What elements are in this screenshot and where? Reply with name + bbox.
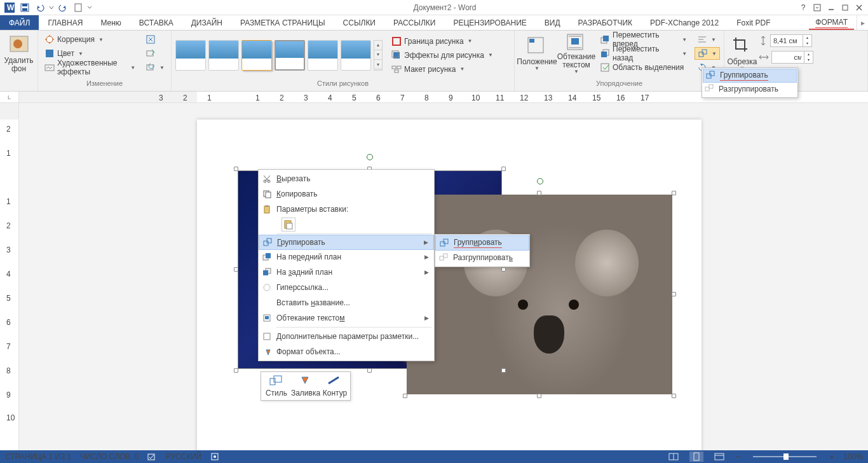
svg-point-59 <box>264 284 270 291</box>
picture-effects-button[interactable]: Эффекты для рисунка▼ <box>389 49 496 62</box>
document-area[interactable]: Стиль Заливка Контур Вырезать Копировать… <box>19 103 868 450</box>
ctx-sub-group[interactable]: Группировать <box>435 235 529 251</box>
svg-rect-6 <box>814 4 820 11</box>
minimize-icon[interactable] <box>825 1 837 14</box>
ribbon: Удалить фон Коррекция▼ Цвет▼ Художествен… <box>0 31 868 92</box>
ctx-bring-front[interactable]: На передний план▶ <box>259 249 434 265</box>
wrap-text-button[interactable]: Обтекание текстом▼ <box>558 33 595 75</box>
ctx-more-layout[interactable]: Дополнительные параметры разметки... <box>259 329 434 344</box>
tab-references[interactable]: ССЫЛКИ <box>334 15 384 30</box>
ctx-group[interactable]: Группировать▶ <box>259 235 434 250</box>
svg-rect-56 <box>266 253 271 258</box>
ctx-wrap-text[interactable]: Обтекание текстом▶ <box>259 310 434 326</box>
bring-forward-button[interactable]: Переместить вперед▼ <box>597 33 689 46</box>
compress-pictures-button[interactable] <box>143 33 167 46</box>
picture-border-button[interactable]: Граница рисунка▼ <box>389 35 496 48</box>
tab-design[interactable]: ДИЗАЙН <box>182 15 231 30</box>
ruler-corner[interactable]: L <box>0 92 19 102</box>
gallery-scroll[interactable]: ▴▾▾ <box>374 40 383 71</box>
svg-text:W: W <box>7 3 15 12</box>
send-backward-button[interactable]: Переместить назад▼ <box>597 47 689 60</box>
tab-foxit[interactable]: Foxit PDF <box>728 15 779 30</box>
tab-page-layout[interactable]: РАЗМЕТКА СТРАНИЦЫ <box>231 15 334 30</box>
styles-gallery[interactable]: ▴▾▾ <box>175 40 383 71</box>
zoom-out-icon[interactable]: − <box>735 452 740 462</box>
undo-dropdown-icon[interactable] <box>48 1 55 14</box>
ctx-cut[interactable]: Вырезать <box>259 171 434 186</box>
mini-style-button[interactable]: Стиль <box>262 373 290 399</box>
tab-scroll-icon[interactable]: ▸ <box>857 15 868 30</box>
redo-icon[interactable] <box>56 1 70 14</box>
tab-view[interactable]: ВИД <box>536 15 569 30</box>
ctx-format-object[interactable]: Формат объекта... <box>259 344 434 359</box>
close-icon[interactable] <box>853 1 865 14</box>
tab-developer[interactable]: РАЗРАБОТЧИК <box>569 15 642 30</box>
zoom-in-icon[interactable]: + <box>829 452 834 462</box>
status-page[interactable]: СТРАНИЦА 1 ИЗ 1 <box>5 452 71 461</box>
mini-fill-button[interactable]: Заливка <box>292 373 320 399</box>
status-words[interactable]: ЧИСЛО СЛОВ: 0 <box>80 452 139 461</box>
ctx-send-back[interactable]: На задний план▶ <box>259 265 434 280</box>
qat-customize-icon[interactable] <box>86 1 93 14</box>
svg-rect-24 <box>529 39 534 43</box>
color-button[interactable]: Цвет▼ <box>42 47 138 60</box>
ctx-paste-picture[interactable] <box>259 217 434 232</box>
ribbon-ungroup-item: Разгруппировать <box>702 82 797 96</box>
group-arrange: Положение▼ Обтекание текстом▼ Переместит… <box>515 31 724 91</box>
mini-outline-button[interactable]: Контур <box>321 373 349 399</box>
corrections-button[interactable]: Коррекция▼ <box>42 33 138 46</box>
selection-pane-button[interactable]: Область выделения <box>597 61 689 74</box>
tab-insert[interactable]: ВСТАВКА <box>130 15 182 30</box>
new-doc-icon[interactable] <box>71 1 85 14</box>
width-input[interactable]: ▴▾ <box>771 51 813 64</box>
window-controls: ? <box>797 1 865 14</box>
tab-format[interactable]: ФОРМАТ <box>806 15 857 30</box>
zoom-value[interactable]: 100% <box>843 452 863 461</box>
status-proof-icon[interactable] <box>147 452 156 461</box>
view-print-icon[interactable] <box>689 452 703 462</box>
svg-rect-48 <box>266 192 271 198</box>
undo-icon[interactable] <box>33 1 47 14</box>
artistic-effects-button[interactable]: Художественные эффекты▼ <box>42 61 138 74</box>
view-web-icon[interactable] <box>712 452 726 462</box>
ruler-vertical[interactable]: 21 123 456 789 10 <box>0 103 19 450</box>
svg-rect-72 <box>694 453 699 460</box>
group-picture-styles: ▴▾▾ Граница рисунка▼ Эффекты для рисунка… <box>172 31 515 91</box>
ribbon-tabs: ФАЙЛ ГЛАВНАЯ Меню ВСТАВКА ДИЗАЙН РАЗМЕТК… <box>0 15 868 31</box>
tab-home[interactable]: ГЛАВНАЯ <box>39 15 92 30</box>
tab-menu[interactable]: Меню <box>92 15 130 30</box>
ribbon-display-icon[interactable] <box>811 1 824 14</box>
save-icon[interactable] <box>18 1 32 14</box>
ctx-copy[interactable]: Копировать <box>259 186 434 202</box>
tab-mailings[interactable]: РАССЫЛКИ <box>384 15 444 30</box>
svg-rect-20 <box>392 66 396 69</box>
tab-file[interactable]: ФАЙЛ <box>0 15 39 30</box>
group-objects-button[interactable]: ▼ <box>695 47 720 60</box>
mini-toolbar: Стиль Заливка Контур <box>261 371 351 401</box>
change-picture-button[interactable] <box>143 47 167 60</box>
ctx-insert-caption[interactable]: Вставить название... <box>259 295 434 310</box>
picture-koala[interactable] <box>407 195 672 394</box>
position-button[interactable]: Положение▼ <box>519 33 555 75</box>
svg-rect-73 <box>715 453 724 460</box>
height-input[interactable]: ▴▾ <box>770 34 812 47</box>
ribbon-group-item[interactable]: Группировать <box>703 69 797 83</box>
status-language[interactable]: РУССКИЙ <box>165 452 201 461</box>
svg-rect-8 <box>843 5 848 10</box>
svg-rect-42 <box>709 85 713 88</box>
picture-layout-button[interactable]: Макет рисунка▼ <box>389 63 496 76</box>
reset-picture-button[interactable]: ▼ <box>143 61 167 74</box>
help-icon[interactable]: ? <box>797 1 810 14</box>
tab-pdfxchange[interactable]: PDF-XChange 2012 <box>641 15 728 30</box>
window-title: Документ2 - Word <box>93 3 797 12</box>
status-macro-icon[interactable] <box>210 452 219 461</box>
quick-access-toolbar: W <box>3 1 93 14</box>
remove-background-button[interactable]: Удалить фон <box>4 33 34 75</box>
zoom-slider[interactable] <box>753 456 817 457</box>
tab-review[interactable]: РЕЦЕНЗИРОВАНИЕ <box>444 15 535 30</box>
maximize-icon[interactable] <box>839 1 851 14</box>
group-label-adjust: Изменение <box>38 79 171 91</box>
align-button[interactable]: ▼ <box>695 33 720 46</box>
view-read-icon[interactable] <box>667 452 681 462</box>
svg-rect-30 <box>603 36 609 41</box>
